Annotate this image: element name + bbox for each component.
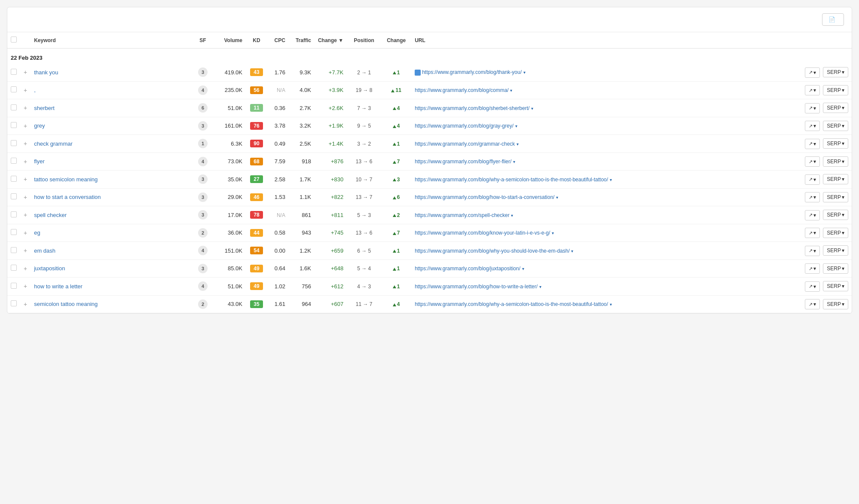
row-checkbox[interactable] [11, 300, 17, 306]
expand-icon[interactable]: + [24, 301, 27, 308]
expand-icon[interactable]: + [24, 69, 27, 76]
trend-button[interactable]: ↗ ▾ [805, 85, 820, 95]
url-link[interactable]: https://www.grammarly.com/blog/sherbet-s… [415, 105, 529, 111]
url-link[interactable]: https://www.grammarly.com/blog/juxtaposi… [415, 266, 520, 272]
trend-button[interactable]: ↗ ▾ [805, 174, 820, 185]
expand-icon[interactable]: + [24, 176, 27, 183]
row-checkbox[interactable] [11, 211, 17, 217]
keyword-link[interactable]: check grammar [34, 141, 73, 147]
url-dropdown-icon[interactable]: ▾ [523, 70, 526, 75]
trend-button[interactable]: ↗ ▾ [805, 299, 820, 309]
trend-button[interactable]: ↗ ▾ [805, 263, 820, 274]
url-dropdown-icon[interactable]: ▾ [610, 177, 612, 182]
keyword-link[interactable]: grey [34, 122, 45, 129]
expand-icon[interactable]: + [24, 194, 27, 201]
serp-button[interactable]: SERP ▾ [823, 192, 848, 202]
serp-button[interactable]: SERP ▾ [823, 138, 848, 149]
keyword-link[interactable]: , [34, 87, 36, 93]
expand-icon[interactable]: + [24, 87, 27, 94]
row-checkbox[interactable] [11, 193, 17, 199]
header-change[interactable]: Change ▼ [315, 32, 347, 49]
row-checkbox[interactable] [11, 176, 17, 182]
keyword-link[interactable]: flyer [34, 158, 45, 165]
keyword-link[interactable]: tattoo semicolon meaning [34, 176, 98, 183]
url-dropdown-icon[interactable]: ▾ [517, 142, 519, 147]
trend-button[interactable]: ↗ ▾ [805, 103, 820, 113]
serp-button[interactable]: SERP ▾ [823, 228, 848, 238]
url-link[interactable]: https://www.grammarly.com/blog/gray-grey… [415, 123, 514, 129]
url-link[interactable]: https://www.grammarly.com/blog/know-your… [415, 230, 550, 236]
row-checkbox[interactable] [11, 69, 17, 75]
expand-icon[interactable]: + [24, 140, 27, 147]
trend-button[interactable]: ↗ ▾ [805, 139, 820, 149]
row-checkbox[interactable] [11, 104, 17, 110]
expand-icon[interactable]: + [24, 229, 27, 236]
expand-icon[interactable]: + [24, 265, 27, 272]
trend-button[interactable]: ↗ ▾ [805, 281, 820, 292]
expand-icon[interactable]: + [24, 158, 27, 165]
url-dropdown-icon[interactable]: ▾ [571, 249, 573, 254]
url-link[interactable]: https://www.grammarly.com/spell-checker [415, 212, 510, 218]
url-link[interactable]: https://www.grammarly.com/blog/thank-you… [422, 69, 522, 75]
row-checkbox[interactable] [11, 122, 17, 128]
expand-icon[interactable]: + [24, 122, 27, 129]
keyword-link[interactable]: semicolon tattoo meaning [34, 301, 98, 307]
url-link[interactable]: https://www.grammarly.com/blog/why-a-sem… [415, 177, 608, 183]
serp-button[interactable]: SERP ▾ [823, 121, 848, 131]
url-link[interactable]: https://www.grammarly.com/blog/flyer-fli… [415, 159, 511, 165]
serp-button[interactable]: SERP ▾ [823, 245, 848, 256]
url-link[interactable]: https://www.grammarly.com/blog/why-you-s… [415, 248, 570, 254]
keyword-link[interactable]: juxtaposition [34, 265, 65, 272]
select-all-checkbox[interactable] [11, 37, 17, 43]
serp-button[interactable]: SERP ▾ [823, 103, 848, 113]
url-link[interactable]: https://www.grammarly.com/blog/how-to-wr… [415, 284, 538, 290]
url-dropdown-icon[interactable]: ▾ [556, 195, 558, 200]
trend-button[interactable]: ↗ ▾ [805, 228, 820, 238]
serp-button[interactable]: SERP ▾ [823, 210, 848, 220]
serp-button[interactable]: SERP ▾ [823, 299, 848, 309]
trend-button[interactable]: ↗ ▾ [805, 210, 820, 220]
expand-icon[interactable]: + [24, 211, 27, 218]
row-checkbox[interactable] [11, 247, 17, 253]
row-checkbox[interactable] [11, 140, 17, 146]
export-button[interactable]: 📄 [822, 13, 844, 26]
serp-button[interactable]: SERP ▾ [823, 174, 848, 184]
keyword-link[interactable]: thank you [34, 69, 58, 76]
serp-button[interactable]: SERP ▾ [823, 281, 848, 291]
url-dropdown-icon[interactable]: ▾ [510, 88, 512, 93]
keyword-link[interactable]: em dash [34, 247, 55, 254]
url-link[interactable]: https://www.grammarly.com/grammar-check [415, 141, 515, 147]
serp-button[interactable]: SERP ▾ [823, 67, 848, 77]
row-checkbox[interactable] [11, 158, 17, 164]
url-dropdown-icon[interactable]: ▾ [552, 231, 554, 235]
serp-button[interactable]: SERP ▾ [823, 263, 848, 274]
url-dropdown-icon[interactable]: ▾ [515, 124, 517, 128]
trend-button[interactable]: ↗ ▾ [805, 67, 820, 78]
keyword-link[interactable]: how to start a conversation [34, 194, 101, 200]
keyword-link[interactable]: how to write a letter [34, 283, 83, 290]
url-link[interactable]: https://www.grammarly.com/blog/comma/ [415, 87, 509, 93]
expand-icon[interactable]: + [24, 104, 27, 111]
url-dropdown-icon[interactable]: ▾ [531, 106, 533, 111]
trend-button[interactable]: ↗ ▾ [805, 246, 820, 256]
trend-button[interactable]: ↗ ▾ [805, 156, 820, 167]
url-dropdown-icon[interactable]: ▾ [511, 213, 513, 218]
url-link[interactable]: https://www.grammarly.com/blog/why-a-sem… [415, 301, 608, 307]
url-dropdown-icon[interactable]: ▾ [513, 159, 515, 164]
serp-button[interactable]: SERP ▾ [823, 156, 848, 167]
trend-button[interactable]: ↗ ▾ [805, 192, 820, 202]
row-checkbox[interactable] [11, 86, 17, 92]
trend-button[interactable]: ↗ ▾ [805, 121, 820, 131]
row-checkbox[interactable] [11, 229, 17, 235]
url-link[interactable]: https://www.grammarly.com/blog/how-to-st… [415, 194, 554, 200]
url-dropdown-icon[interactable]: ▾ [610, 302, 612, 307]
keyword-link[interactable]: eg [34, 229, 40, 236]
row-checkbox[interactable] [11, 283, 17, 289]
serp-button[interactable]: SERP ▾ [823, 85, 848, 95]
keyword-link[interactable]: sherbert [34, 105, 55, 111]
url-dropdown-icon[interactable]: ▾ [539, 284, 541, 289]
expand-icon[interactable]: + [24, 247, 27, 254]
expand-icon[interactable]: + [24, 283, 27, 290]
keyword-link[interactable]: spell checker [34, 212, 67, 218]
row-checkbox[interactable] [11, 265, 17, 271]
